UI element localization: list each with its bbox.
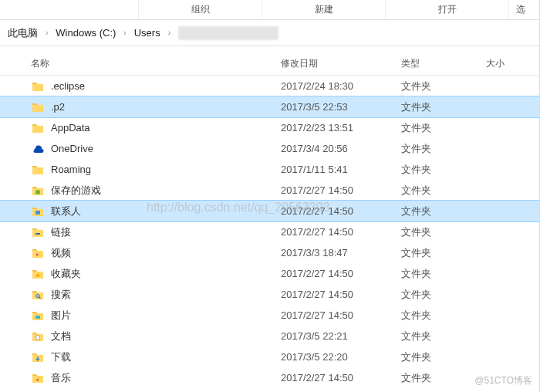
breadcrumb-item-redacted[interactable] [178, 26, 278, 40]
column-header-size[interactable]: 大小 [486, 57, 532, 70]
file-type: 文件夹 [401, 267, 486, 281]
file-name: 音乐 [51, 371, 281, 385]
file-date: 2017/1/11 5:41 [281, 164, 401, 175]
file-row[interactable]: 链接2017/2/27 14:50文件夹 [0, 221, 539, 242]
folder-icon [31, 100, 45, 114]
file-name: 联系人 [51, 204, 281, 218]
file-row[interactable]: 文档2017/3/5 22:21文件夹 [0, 326, 539, 346]
breadcrumb-item-drive[interactable]: Windows (C:) [52, 25, 119, 40]
file-date: 2017/3/5 22:21 [281, 330, 401, 342]
file-date: 2017/2/24 18:30 [281, 80, 401, 92]
games-icon [31, 184, 45, 198]
file-date: 2017/2/27 14:50 [281, 309, 401, 321]
pictures-icon [31, 309, 45, 323]
file-name: .eclipse [51, 80, 281, 92]
file-type: 文件夹 [401, 204, 486, 218]
music-icon [31, 371, 45, 385]
file-row[interactable]: .eclipse2017/2/24 18:30文件夹 [0, 76, 539, 96]
file-type: 文件夹 [401, 371, 486, 385]
file-date: 2017/2/23 13:51 [281, 122, 401, 133]
file-type: 文件夹 [401, 246, 486, 260]
file-type: 文件夹 [401, 79, 486, 93]
file-type: 文件夹 [401, 142, 486, 156]
file-row[interactable]: AppData2017/2/23 13:51文件夹 [0, 117, 539, 138]
file-type: 文件夹 [401, 288, 486, 302]
search-icon [31, 288, 45, 302]
file-row[interactable]: 保存的游戏2017/2/27 14:50文件夹 [0, 180, 539, 201]
file-type: 文件夹 [401, 309, 486, 323]
file-date: 2017/2/27 14:50 [281, 372, 401, 384]
attribution-text: @51CTO博客 [474, 374, 532, 387]
column-header-type[interactable]: 类型 [401, 57, 486, 70]
file-type: 文件夹 [401, 163, 486, 177]
favorites-icon [31, 267, 45, 281]
file-row[interactable]: 搜索2017/2/27 14:50文件夹 [0, 284, 539, 305]
file-row[interactable]: OneDrive2017/3/4 20:56文件夹 [0, 138, 539, 159]
file-name: 文档 [51, 329, 281, 343]
videos-icon [31, 246, 45, 260]
file-name: OneDrive [51, 143, 281, 154]
file-name: 视频 [51, 246, 281, 260]
file-type: 文件夹 [401, 329, 486, 343]
file-date: 2017/2/27 14:50 [281, 205, 401, 217]
file-row[interactable]: 联系人2017/2/27 14:50文件夹 [0, 201, 539, 221]
file-date: 2017/3/3 18:47 [281, 247, 401, 259]
file-row[interactable]: Roaming2017/1/11 5:41文件夹 [0, 159, 539, 180]
ribbon-group-new[interactable]: 新建 [262, 0, 386, 19]
ribbon: 组织 新建 打开 选 [0, 0, 539, 20]
file-name: .p2 [51, 101, 281, 113]
file-type: 文件夹 [401, 350, 486, 364]
file-row[interactable]: 下载2017/3/5 22:20文件夹 [0, 346, 539, 367]
file-date: 2017/2/27 14:50 [281, 184, 401, 196]
file-row[interactable]: 音乐2017/2/27 14:50文件夹 [0, 367, 539, 388]
file-name: 链接 [51, 225, 281, 239]
file-row[interactable]: 收藏夹2017/2/27 14:50文件夹 [0, 263, 539, 284]
ribbon-spacer [0, 0, 139, 19]
file-name: 收藏夹 [51, 267, 281, 281]
file-date: 2017/3/4 20:56 [281, 143, 401, 154]
file-name: 图片 [51, 309, 281, 323]
file-row[interactable]: 视频2017/3/3 18:47文件夹 [0, 242, 539, 263]
file-type: 文件夹 [401, 100, 486, 114]
breadcrumb-item-pc[interactable]: 此电脑 [5, 25, 41, 42]
file-row[interactable]: 图片2017/2/27 14:50文件夹 [0, 305, 539, 326]
ribbon-group-select[interactable]: 选 [509, 0, 532, 19]
folder-icon [31, 163, 45, 177]
chevron-right-icon: › [123, 29, 126, 37]
file-list: .eclipse2017/2/24 18:30文件夹.p22017/3/5 22… [0, 76, 539, 388]
file-type: 文件夹 [401, 225, 486, 239]
file-row[interactable]: .p22017/3/5 22:53文件夹 [0, 96, 539, 117]
file-name: 搜索 [51, 288, 281, 302]
file-type: 文件夹 [401, 121, 486, 135]
downloads-icon [31, 350, 45, 364]
column-header-name[interactable]: 名称 [31, 57, 281, 70]
breadcrumb-item-users[interactable]: Users [131, 25, 164, 40]
folder-icon [31, 79, 45, 93]
column-header-date[interactable]: 修改日期 [281, 57, 401, 70]
ribbon-group-organize[interactable]: 组织 [139, 0, 262, 19]
file-date: 2017/2/27 14:50 [281, 289, 401, 300]
file-date: 2017/3/5 22:20 [281, 351, 401, 363]
chevron-right-icon: › [168, 29, 170, 37]
file-name: 保存的游戏 [51, 184, 281, 198]
ribbon-group-open[interactable]: 打开 [386, 0, 509, 19]
file-name: AppData [51, 122, 281, 133]
onedrive-icon [31, 142, 45, 156]
chevron-right-icon: › [46, 29, 48, 37]
links-icon [31, 225, 45, 239]
file-name: Roaming [51, 164, 281, 175]
documents-icon [31, 329, 45, 343]
file-type: 文件夹 [401, 184, 486, 198]
contacts-icon [31, 204, 45, 218]
file-date: 2017/3/5 22:53 [281, 101, 401, 113]
file-date: 2017/2/27 14:50 [281, 226, 401, 238]
folder-icon [31, 121, 45, 135]
file-date: 2017/2/27 14:50 [281, 268, 401, 279]
breadcrumb[interactable]: 此电脑 › Windows (C:) › Users › [0, 20, 539, 46]
column-headers: 名称 修改日期 类型 大小 [0, 52, 539, 76]
file-name: 下载 [51, 350, 281, 364]
